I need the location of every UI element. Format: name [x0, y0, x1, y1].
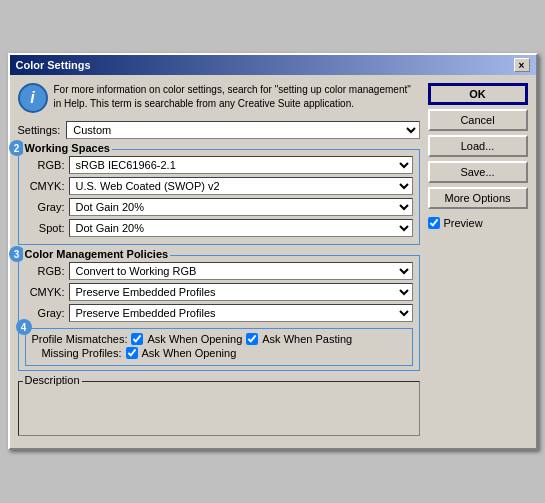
- info-row: i For more information on color settings…: [18, 83, 420, 113]
- policy-rgb-select[interactable]: Convert to Working RGB: [69, 262, 413, 280]
- color-settings-dialog: Color Settings × i For more information …: [8, 53, 538, 450]
- description-box: Description: [18, 381, 420, 436]
- policy-cmyk-label: CMYK:: [25, 286, 65, 298]
- ask-when-pasting-checkbox[interactable]: [246, 333, 258, 345]
- right-panel: OK Cancel Load... Save... More Options P…: [428, 83, 528, 440]
- missing-ask-when-opening-checkbox[interactable]: [126, 347, 138, 359]
- settings-row: Settings: Custom: [18, 121, 420, 139]
- more-options-button[interactable]: More Options: [428, 187, 528, 209]
- save-button[interactable]: Save...: [428, 161, 528, 183]
- ask-when-opening-label: Ask When Opening: [147, 333, 242, 345]
- policy-gray-select[interactable]: Preserve Embedded Profiles: [69, 304, 413, 322]
- left-panel: i For more information on color settings…: [18, 83, 420, 440]
- load-button[interactable]: Load...: [428, 135, 528, 157]
- spot-row: Spot: Dot Gain 20%: [25, 219, 413, 237]
- info-icon: i: [18, 83, 48, 113]
- rgb-row: RGB: sRGB IEC61966-2.1: [25, 156, 413, 174]
- info-text: For more information on color settings, …: [54, 83, 420, 111]
- profile-mismatches-row: Profile Mismatches: Ask When Opening Ask…: [32, 333, 406, 345]
- cmyk-row: CMYK: U.S. Web Coated (SWOP) v2: [25, 177, 413, 195]
- missing-ask-when-opening-label: Ask When Opening: [142, 347, 237, 359]
- cancel-button[interactable]: Cancel: [428, 109, 528, 131]
- profile-section: 4 Profile Mismatches: Ask When Opening A…: [25, 328, 413, 366]
- policy-cmyk-select[interactable]: Preserve Embedded Profiles: [69, 283, 413, 301]
- profile-mismatches-label: Profile Mismatches:: [32, 333, 128, 345]
- gray-row: Gray: Dot Gain 20%: [25, 198, 413, 216]
- ok-button[interactable]: OK: [428, 83, 528, 105]
- working-spaces-section: 2 Working Spaces RGB: sRGB IEC61966-2.1 …: [18, 149, 420, 245]
- settings-select[interactable]: Custom: [66, 121, 419, 139]
- policy-gray-label: Gray:: [25, 307, 65, 319]
- ask-when-pasting-label: Ask When Pasting: [262, 333, 352, 345]
- description-label: Description: [23, 374, 82, 386]
- preview-checkbox[interactable]: [428, 217, 440, 229]
- preview-label: Preview: [444, 217, 483, 229]
- policy-gray-row: Gray: Preserve Embedded Profiles: [25, 304, 413, 322]
- policy-rgb-row: RGB: Convert to Working RGB: [25, 262, 413, 280]
- description-container: Description: [18, 381, 420, 436]
- missing-profiles-row: Missing Profiles: Ask When Opening: [32, 347, 406, 359]
- rgb-label: RGB:: [25, 159, 65, 171]
- color-management-section: 3 Color Management Policies RGB: Convert…: [18, 255, 420, 371]
- title-bar: Color Settings ×: [10, 55, 536, 75]
- policy-rgb-label: RGB:: [25, 265, 65, 277]
- close-button[interactable]: ×: [514, 58, 530, 72]
- spot-select[interactable]: Dot Gain 20%: [69, 219, 413, 237]
- preview-row: Preview: [428, 217, 528, 229]
- policy-cmyk-row: CMYK: Preserve Embedded Profiles: [25, 283, 413, 301]
- gray-label: Gray:: [25, 201, 65, 213]
- cmyk-select[interactable]: U.S. Web Coated (SWOP) v2: [69, 177, 413, 195]
- ask-when-opening-checkbox[interactable]: [131, 333, 143, 345]
- section-num-4: 4: [16, 319, 32, 335]
- gray-select[interactable]: Dot Gain 20%: [69, 198, 413, 216]
- rgb-select[interactable]: sRGB IEC61966-2.1: [69, 156, 413, 174]
- working-spaces-label: Working Spaces: [23, 142, 112, 154]
- color-management-label: Color Management Policies: [23, 248, 171, 260]
- missing-profiles-label: Missing Profiles:: [32, 347, 122, 359]
- spot-label: Spot:: [25, 222, 65, 234]
- cmyk-label: CMYK:: [25, 180, 65, 192]
- dialog-title: Color Settings: [16, 59, 91, 71]
- settings-label: Settings:: [18, 124, 61, 136]
